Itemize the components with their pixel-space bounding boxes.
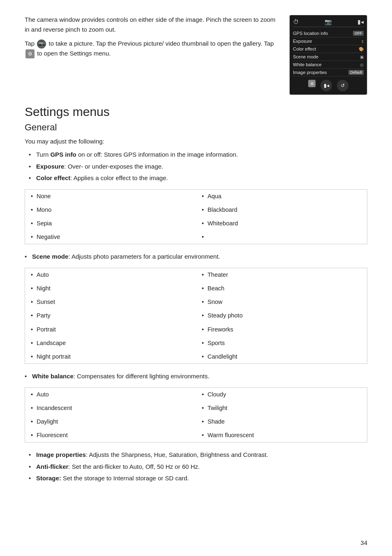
bullet-gps-rest: on or off: Stores GPS information in the… <box>76 151 238 158</box>
opt-none: None <box>25 190 196 203</box>
cam-settings-icon: ⚙ <box>308 80 316 87</box>
general-bullet-list: Turn GPS info on or off: Stores GPS info… <box>25 149 367 184</box>
cam-menu-gps: GPS location info OFF <box>293 30 364 37</box>
cam-menu-white-balance: White balance ◎ <box>293 61 364 69</box>
bullet-anti-flicker: Anti-flicker: Set the anti-flicker to Au… <box>29 461 367 473</box>
bullet-exposure-rest: : Over- or under-exposes the image. <box>64 163 163 170</box>
opt-night-portrait: Night portrait <box>25 350 196 364</box>
intro-text: The camera window provides controls on e… <box>25 15 279 95</box>
bullet-anti-flicker-bold: Anti-flicker <box>36 463 68 470</box>
opt-beach: Beach <box>196 282 367 295</box>
page-number: 34 <box>360 539 367 546</box>
bullet-image-properties-rest: : Adjusts the Sharpness, Hue, Saturation… <box>86 451 268 458</box>
opt-wb-fluorescent: Fluorescent <box>25 429 196 442</box>
opt-whiteboard: Whiteboard <box>196 217 367 230</box>
cam-menu-exposure: Exposure ± <box>293 37 364 45</box>
intro-para2-prefix: Tap <box>25 40 35 47</box>
cam-menu-image-properties: Image properties Default <box>293 69 364 76</box>
cam-video-btn: ▮◂ <box>321 80 332 91</box>
color-effect-options-grid: None Aqua Mono Blackboard Sepia Whiteboa… <box>25 189 367 245</box>
bullet-exposure: Exposure: Over- or under-exposes the ima… <box>29 161 367 173</box>
general-description: You may adjust the following: <box>25 138 367 145</box>
bullet-storage-bold: Storage: <box>36 475 61 482</box>
opt-theater: Theater <box>196 268 367 282</box>
white-balance-bullet: White balance: Compensates for different… <box>25 371 367 382</box>
bullet-storage-rest: Set the storage to Internal storage or S… <box>61 475 189 482</box>
opt-aqua: Aqua <box>196 190 367 203</box>
cam-icon-video: ▮◂ <box>357 19 364 25</box>
settings-gear-icon: ⚙ <box>25 49 35 58</box>
opt-fireworks: Fireworks <box>196 323 367 336</box>
bullet-image-properties: Image properties: Adjusts the Sharpness,… <box>29 449 367 461</box>
scene-mode-bold: Scene mode <box>32 253 68 260</box>
opt-empty <box>196 230 367 244</box>
opt-sepia: Sepia <box>25 217 196 230</box>
bullet-color-effect-rest: : Applies a color effect to the image. <box>70 174 168 181</box>
opt-wb-shade: Shade <box>196 415 367 429</box>
cam-menu-color-effect: Color effect 🎨 <box>293 45 364 53</box>
opt-wb-incandescent: Incandescent <box>25 401 196 415</box>
opt-wb-twilight: Twilight <box>196 401 367 415</box>
opt-portrait: Portrait <box>25 323 196 336</box>
cam-menu-scene-mode: Scene mode ▣ <box>293 53 364 61</box>
opt-negative: Negative <box>25 230 196 244</box>
bullet-color-effect-bold: Color effect <box>36 174 70 181</box>
opt-sunset: Sunset <box>25 295 196 309</box>
bullet-gps-bold: GPS info <box>50 151 76 158</box>
opt-wb-warm-fluorescent: Warm fluorescent <box>196 429 367 442</box>
bullet-gps: Turn GPS info on or off: Stores GPS info… <box>29 149 367 161</box>
opt-wb-auto: Auto <box>25 388 196 401</box>
scene-mode-bullet: Scene mode: Adjusts photo parameters for… <box>25 251 367 263</box>
opt-night: Night <box>25 282 196 295</box>
opt-blackboard: Blackboard <box>196 203 367 217</box>
scene-mode-options-grid: Auto Theater Night Beach Sunset Snow Par… <box>25 268 367 364</box>
cam-bottom-bar: ⚙ ▮◂ ↺ <box>293 80 364 91</box>
bottom-bullet-list: Image properties: Adjusts the Sharpness,… <box>25 449 367 484</box>
intro-section: The camera window provides controls on e… <box>25 15 367 95</box>
opt-wb-daylight: Daylight <box>25 415 196 429</box>
page: The camera window provides controls on e… <box>0 0 392 513</box>
cam-top-bar: ⏱ 📷 ▮◂ <box>293 19 364 27</box>
opt-auto: Auto <box>25 268 196 282</box>
bullet-exposure-bold: Exposure <box>36 163 64 170</box>
intro-para1: The camera window provides controls on e… <box>25 15 279 35</box>
opt-sports: Sports <box>196 336 367 350</box>
opt-party: Party <box>25 309 196 322</box>
white-balance-bold: White balance <box>32 373 74 380</box>
scene-mode-rest: : Adjusts photo parameters for a particu… <box>68 253 220 260</box>
bullet-image-properties-bold: Image properties <box>36 451 86 458</box>
opt-mono: Mono <box>25 203 196 217</box>
intro-para2: Tap 📷 to take a picture. Tap the Previou… <box>25 39 279 58</box>
white-balance-options-grid: Auto Cloudy Incandescent Twilight Daylig… <box>25 387 367 443</box>
white-balance-rest: : Compensates for different lighting env… <box>74 373 210 380</box>
bullet-storage: Storage: Set the storage to Internal sto… <box>29 473 367 484</box>
opt-steady-photo: Steady photo <box>196 309 367 322</box>
camera-screenshot: ⏱ 📷 ▮◂ GPS location info OFF Exposure ± … <box>289 15 367 95</box>
opt-candlelight: Candlelight <box>196 350 367 364</box>
bullet-anti-flicker-rest: : Set the anti-flicker to Auto, Off, 50 … <box>68 463 200 470</box>
opt-snow: Snow <box>196 295 367 309</box>
bullet-color-effect: Color effect: Applies a color effect to … <box>29 172 367 184</box>
cam-icon-camera: 📷 <box>325 19 332 25</box>
cam-shutter-btn: ↺ <box>337 80 348 91</box>
camera-shutter-icon: 📷 <box>37 39 46 49</box>
intro-para2-middle: to take a picture. Tap the Previous pict… <box>49 40 274 47</box>
settings-title: Settings menus <box>25 105 367 119</box>
cam-icon-timer: ⏱ <box>293 19 299 25</box>
intro-para2-suffix: to open the Settings menu. <box>37 50 111 57</box>
opt-landscape: Landscape <box>25 336 196 350</box>
opt-wb-cloudy: Cloudy <box>196 388 367 401</box>
general-title: General <box>25 122 367 133</box>
